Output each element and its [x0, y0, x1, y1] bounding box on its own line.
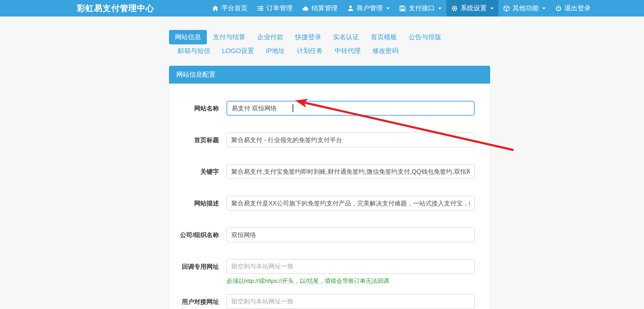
main-nav: 平台首页订单管理结算管理商户管理支付接口系统设置其他功能退出登录 — [207, 0, 595, 17]
nav-item-merchant-management[interactable]: 商户管理 — [342, 0, 394, 17]
field-help-text: 必须以http://或https://开头，以/结尾，填错会导致订单无法回调 — [226, 277, 475, 285]
tab-homepage-template[interactable]: 首页模板 — [365, 30, 403, 44]
user-icon — [347, 5, 354, 12]
nav-item-order-management[interactable]: 订单管理 — [252, 0, 297, 17]
site-description-input[interactable] — [226, 196, 475, 211]
card-icon — [399, 5, 406, 12]
field-input-wrap — [226, 196, 475, 211]
power-icon — [555, 5, 562, 12]
tab-site-info[interactable]: 网站信息 — [169, 30, 207, 44]
tab-change-password[interactable]: 修改密码 — [367, 45, 404, 57]
nav-item-label: 商户管理 — [357, 0, 383, 17]
tabs-row-1: 网站信息支付与结算企业付款快捷登录实名认证首页模板公告与排版 — [169, 30, 490, 44]
form-field-homepage-title: 首页标题 — [169, 132, 490, 147]
nav-item-label: 其他功能 — [513, 0, 539, 17]
site-info-panel: 网站信息配置 网站名称首页标题关键字网站描述公司/组织名称回调专用网址必须以ht… — [169, 66, 490, 309]
form-field-user-api-url: 用户对接网址用户中心显示的支付对接地址，留空则与本站网址一致 — [169, 294, 490, 309]
field-label: 网站名称 — [169, 101, 226, 113]
nav-item-platform-home[interactable]: 平台首页 — [207, 0, 252, 17]
cloud-icon — [302, 5, 309, 12]
gear-icon — [451, 5, 458, 12]
tab-enterprise-payment[interactable]: 企业付款 — [251, 30, 289, 44]
tab-real-name-auth[interactable]: 实名认证 — [327, 30, 365, 44]
nav-item-other-functions[interactable]: 其他功能 — [498, 0, 550, 17]
field-label: 用户对接网址 — [169, 294, 226, 306]
field-input-wrap — [226, 227, 475, 242]
tab-logo-settings[interactable]: LOGO设置 — [216, 45, 260, 57]
tab-scheduled-tasks[interactable]: 计划任务 — [291, 45, 329, 57]
form-field-company-name: 公司/组织名称 — [169, 227, 490, 242]
company-name-input[interactable] — [226, 227, 475, 242]
field-input-wrap — [226, 164, 475, 179]
field-label: 关键字 — [169, 164, 226, 176]
app-title: 彩虹易支付管理中心 — [77, 0, 154, 17]
list-icon — [257, 5, 264, 12]
nav-item-label: 退出登录 — [564, 0, 591, 17]
field-label: 网站描述 — [169, 196, 226, 207]
tab-announcement-layout[interactable]: 公告与排版 — [403, 30, 447, 44]
tab-quick-login[interactable]: 快捷登录 — [289, 30, 327, 44]
text-cursor — [293, 104, 293, 112]
field-input-wrap — [226, 132, 475, 147]
chevron-down-icon — [542, 8, 546, 9]
site-name-input[interactable] — [226, 101, 475, 116]
nav-item-label: 平台首页 — [221, 0, 247, 17]
tab-payment-settlement[interactable]: 支付与结算 — [207, 30, 251, 44]
cube-icon — [503, 5, 510, 12]
field-label: 回调专用网址 — [169, 259, 226, 271]
field-label: 公司/组织名称 — [169, 227, 226, 239]
form-field-site-name: 网站名称 — [169, 101, 490, 116]
user-api-url-input[interactable] — [226, 294, 475, 309]
tab-ip-address[interactable]: IP地址 — [260, 45, 291, 57]
nav-item-logout[interactable]: 退出登录 — [550, 0, 595, 17]
nav-item-label: 支付接口 — [409, 0, 435, 17]
form-field-keywords: 关键字 — [169, 164, 490, 179]
tabs-row-2: 邮箱与短信LOGO设置IP地址计划任务中转代理修改密码 — [169, 45, 490, 57]
nav-item-label: 订单管理 — [266, 0, 293, 17]
form-field-site-description: 网站描述 — [169, 196, 490, 211]
tab-email-sms[interactable]: 邮箱与短信 — [172, 45, 216, 57]
keywords-input[interactable] — [226, 164, 475, 179]
field-label: 首页标题 — [169, 132, 226, 144]
chevron-down-icon — [490, 8, 494, 9]
field-input-wrap: 用户中心显示的支付对接地址，留空则与本站网址一致 — [226, 294, 475, 309]
nav-item-label: 系统设置 — [461, 0, 487, 17]
chevron-down-icon — [386, 8, 390, 9]
panel-title: 网站信息配置 — [169, 66, 490, 84]
home-icon — [212, 5, 219, 12]
nav-item-payment-interface[interactable]: 支付接口 — [394, 0, 446, 17]
site-info-form: 网站名称首页标题关键字网站描述公司/组织名称回调专用网址必须以http://或h… — [169, 84, 490, 309]
tab-transit-proxy[interactable]: 中转代理 — [329, 45, 367, 57]
chevron-down-icon — [438, 8, 442, 9]
nav-item-label: 结算管理 — [312, 0, 338, 17]
field-input-wrap: 必须以http://或https://开头，以/结尾，填错会导致订单无法回调 — [226, 259, 475, 285]
callback-url-input[interactable] — [226, 259, 475, 274]
settings-tabs: 网站信息支付与结算企业付款快捷登录实名认证首页模板公告与排版 邮箱与短信LOGO… — [169, 30, 490, 57]
content-container: 网站信息支付与结算企业付款快捷登录实名认证首页模板公告与排版 邮箱与短信LOGO… — [169, 30, 490, 309]
field-input-wrap — [226, 101, 475, 116]
homepage-title-input[interactable] — [226, 132, 475, 147]
nav-item-settlement-management[interactable]: 结算管理 — [297, 0, 342, 17]
nav-item-system-settings[interactable]: 系统设置 — [446, 0, 498, 17]
top-navbar: 彩虹易支付管理中心 平台首页订单管理结算管理商户管理支付接口系统设置其他功能退出… — [0, 0, 644, 17]
form-field-callback-url: 回调专用网址必须以http://或https://开头，以/结尾，填错会导致订单… — [169, 259, 490, 285]
